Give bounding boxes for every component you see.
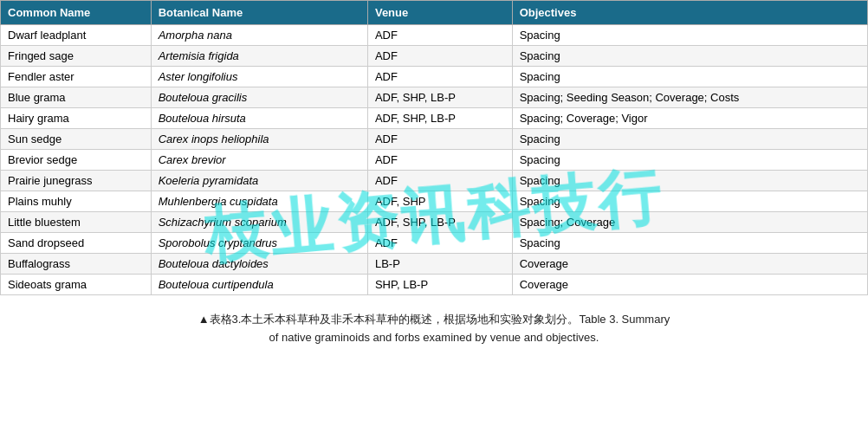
- table-cell: Little bluestem: [1, 212, 152, 233]
- table-row: Prairie junegrassKoeleria pyramidataADFS…: [1, 171, 868, 191]
- table-cell: Sun sedge: [1, 129, 152, 150]
- table-cell: Blue grama: [1, 87, 152, 108]
- table-cell: ADF: [367, 171, 512, 191]
- table-header-row: Common Name Botanical Name Venue Objecti…: [1, 1, 868, 25]
- table-cell: ADF: [367, 233, 512, 254]
- table-cell: Dwarf leadplant: [1, 25, 152, 46]
- page-container: Common Name Botanical Name Venue Objecti…: [0, 0, 868, 356]
- table-cell: Spacing: [512, 129, 867, 150]
- table-cell: ADF: [367, 129, 512, 150]
- table-row: Sand dropseedSporobolus cryptandrusADFSp…: [1, 233, 868, 254]
- table-cell: Fendler aster: [1, 67, 152, 87]
- table-cell: Spacing; Coverage; Vigor: [512, 108, 867, 129]
- table-cell: Bouteloua curtipendula: [151, 275, 367, 295]
- table-cell: Spacing: [512, 171, 867, 191]
- table-cell: Coverage: [512, 275, 867, 295]
- table-row: Sun sedgeCarex inops heliophilaADFSpacin…: [1, 129, 868, 150]
- table-cell: Artemisia frigida: [151, 46, 367, 67]
- table-cell: Spacing: [512, 46, 867, 67]
- table-cell: Bouteloua dactyloides: [151, 254, 367, 275]
- table-row: BuffalograssBouteloua dactyloidesLB-PCov…: [1, 254, 868, 275]
- col-header-venue: Venue: [367, 1, 512, 25]
- table-cell: SHP, LB-P: [367, 275, 512, 295]
- table-cell: ADF: [367, 25, 512, 46]
- col-header-objectives: Objectives: [512, 1, 867, 25]
- table-cell: Hairy grama: [1, 108, 152, 129]
- table-cell: ADF, SHP, LB-P: [367, 87, 512, 108]
- table-row: Sideoats gramaBouteloua curtipendulaSHP,…: [1, 275, 868, 295]
- table-cell: Spacing; Coverage: [512, 212, 867, 233]
- table-cell: Amorpha nana: [151, 25, 367, 46]
- table-row: Fringed sageArtemisia frigidaADFSpacing: [1, 46, 868, 67]
- table-cell: Koeleria pyramidata: [151, 171, 367, 191]
- table-cell: Brevior sedge: [1, 150, 152, 171]
- table-cell: Schizachyrium scoparium: [151, 212, 367, 233]
- table-cell: ADF, SHP: [367, 191, 512, 212]
- table-cell: Spacing: [512, 67, 867, 87]
- table-cell: ADF, SHP, LB-P: [367, 212, 512, 233]
- table-cell: Aster longifolius: [151, 67, 367, 87]
- table-cell: Sporobolus cryptandrus: [151, 233, 367, 254]
- table-row: Hairy gramaBouteloua hirsutaADF, SHP, LB…: [1, 108, 868, 129]
- caption-line2: of native graminoids and forbs examined …: [17, 329, 851, 347]
- table-cell: ADF: [367, 67, 512, 87]
- table-cell: Carex inops heliophila: [151, 129, 367, 150]
- table-row: Brevior sedgeCarex breviorADFSpacing: [1, 150, 868, 171]
- table-cell: Plains muhly: [1, 191, 152, 212]
- table-cell: ADF: [367, 150, 512, 171]
- col-header-common-name: Common Name: [1, 1, 152, 25]
- table-cell: Spacing: [512, 191, 867, 212]
- table-cell: Buffalograss: [1, 254, 152, 275]
- col-header-botanical-name: Botanical Name: [151, 1, 367, 25]
- table-cell: Sand dropseed: [1, 233, 152, 254]
- table-cell: Spacing: [512, 233, 867, 254]
- table-row: Plains muhlyMuhlenbergia cuspidataADF, S…: [1, 191, 868, 212]
- table-cell: Spacing; Seeding Season; Coverage; Costs: [512, 87, 867, 108]
- table-cell: Fringed sage: [1, 46, 152, 67]
- table-row: Fendler asterAster longifoliusADFSpacing: [1, 67, 868, 87]
- table-row: Blue gramaBouteloua gracilisADF, SHP, LB…: [1, 87, 868, 108]
- table-cell: Bouteloua hirsuta: [151, 108, 367, 129]
- table-cell: Muhlenbergia cuspidata: [151, 191, 367, 212]
- table-cell: ADF: [367, 46, 512, 67]
- caption-area: ▲表格3.本土禾本科草种及非禾本科草种的概述，根据场地和实验对象划分。Table…: [0, 295, 868, 356]
- table-cell: Bouteloua gracilis: [151, 87, 367, 108]
- table-cell: Carex brevior: [151, 150, 367, 171]
- table-cell: LB-P: [367, 254, 512, 275]
- caption-line1: ▲表格3.本土禾本科草种及非禾本科草种的概述，根据场地和实验对象划分。Table…: [17, 311, 851, 329]
- main-table: Common Name Botanical Name Venue Objecti…: [0, 0, 868, 295]
- table-row: Dwarf leadplantAmorpha nanaADFSpacing: [1, 25, 868, 46]
- table-cell: Spacing: [512, 25, 867, 46]
- table-row: Little bluestemSchizachyrium scopariumAD…: [1, 212, 868, 233]
- table-cell: Coverage: [512, 254, 867, 275]
- table-cell: Spacing: [512, 150, 867, 171]
- table-cell: Sideoats grama: [1, 275, 152, 295]
- table-cell: ADF, SHP, LB-P: [367, 108, 512, 129]
- table-cell: Prairie junegrass: [1, 171, 152, 191]
